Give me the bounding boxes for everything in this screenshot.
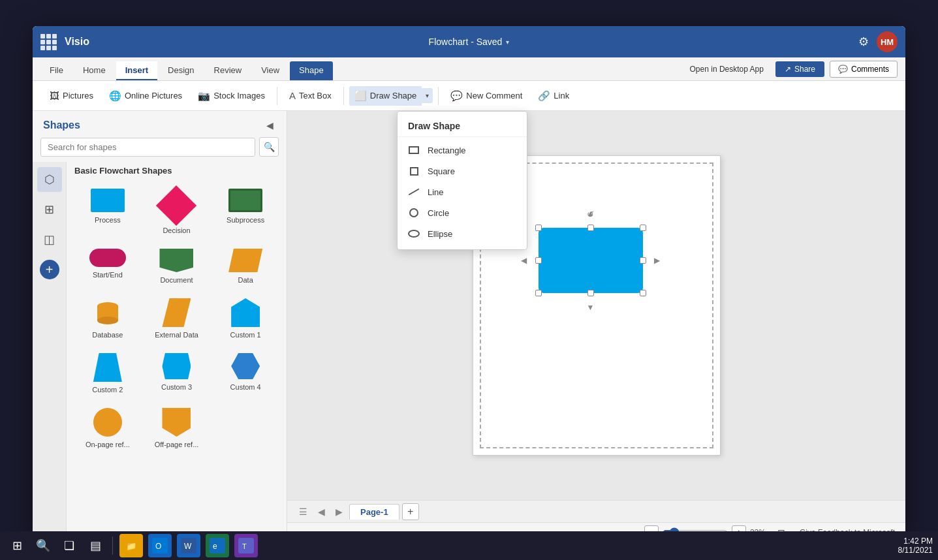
search-btn[interactable]: 🔍 (31, 534, 55, 557)
canvas-main-shape[interactable] (539, 228, 643, 293)
tab-view[interactable]: View (252, 61, 289, 80)
shape-custom4[interactable]: Custom 4 (212, 347, 279, 399)
shapes-panel: Basic Flowchart Shapes Process Decision (67, 162, 287, 542)
page-tab-menu-icon[interactable]: ☰ (295, 504, 311, 520)
add-page-btn[interactable]: + (402, 503, 419, 520)
comments-icon: 💬 (838, 65, 848, 74)
draw-shape-button[interactable]: ⬜ Draw Shape (349, 86, 422, 106)
handle-bot-right[interactable] (640, 290, 646, 296)
canvas-shape-container[interactable]: ↺ ▲ (539, 228, 643, 293)
sidebar-shapes-icon[interactable]: ◫ (37, 227, 62, 252)
shape-extdata[interactable]: External Data (144, 292, 210, 344)
shape-startend[interactable]: Start/End (74, 242, 141, 289)
page-tab-next-icon[interactable]: ▶ (332, 504, 347, 520)
taskbar-word-btn[interactable]: W (177, 534, 200, 557)
search-button[interactable]: 🔍 (259, 137, 279, 157)
shape-subprocess[interactable]: Subprocess (212, 182, 279, 240)
tab-shape[interactable]: Shape (290, 61, 333, 80)
shape-custom1[interactable]: Custom 1 (212, 292, 279, 344)
shape-custom3[interactable]: Custom 3 (144, 347, 210, 399)
shape-process[interactable]: Process (74, 182, 141, 240)
tab-file[interactable]: File (40, 61, 72, 80)
title-bar: Visio Flowchart - Saved ▾ ⚙ HM (33, 26, 905, 57)
shape-custom2[interactable]: Custom 2 (74, 347, 141, 399)
page-tab-prev-icon[interactable]: ◀ (314, 504, 329, 520)
page-tab-1[interactable]: Page-1 (349, 504, 399, 520)
outlook-icon: O (152, 538, 168, 553)
draw-shape-dropdown-btn[interactable]: ▾ (422, 88, 433, 103)
dropdown-item-circle[interactable]: Circle (398, 202, 527, 223)
app-name: Visio (65, 36, 89, 48)
task-view-btn[interactable]: ❏ (57, 534, 81, 557)
shape-decision[interactable]: Decision (144, 182, 210, 240)
arrow-up-icon[interactable]: ▲ (586, 208, 596, 219)
shape-onpage-icon (93, 408, 122, 437)
share-button[interactable]: ↗ Share (775, 61, 824, 77)
ellipse-icon (408, 228, 420, 240)
arrow-down-icon[interactable]: ▼ (586, 302, 596, 313)
shape-document-icon (159, 249, 193, 272)
sidebar: Shapes ◀ 🔍 ⬡ ⊞ ◫ + Basic Flowchart Shape… (33, 111, 287, 542)
dropdown-item-line[interactable]: Line (398, 181, 527, 202)
handle-top-left[interactable] (535, 225, 542, 231)
shape-document-label: Document (160, 276, 193, 284)
shape-onpage-label: On-page ref... (86, 441, 130, 448)
pictures-button[interactable]: 🖼 Pictures (43, 86, 100, 105)
svg-text:O: O (155, 542, 161, 551)
shape-onpage[interactable]: On-page ref... (74, 401, 141, 454)
dropdown-item-square[interactable]: Square (398, 161, 527, 181)
canvas-workspace[interactable]: ↺ ▲ (287, 111, 905, 500)
shape-startend-icon (89, 249, 126, 267)
handle-mid-left[interactable] (535, 257, 542, 264)
avatar[interactable]: HM (877, 31, 898, 52)
canvas-area[interactable]: ↺ ▲ (287, 111, 905, 542)
handle-top-mid[interactable] (587, 225, 594, 231)
waffle-icon[interactable] (40, 34, 57, 50)
draw-shape-icon: ⬜ (354, 90, 367, 102)
sidebar-inner: ⬡ ⊞ ◫ + Basic Flowchart Shapes Process (33, 162, 287, 542)
handle-bot-mid[interactable] (587, 290, 594, 296)
link-button[interactable]: 🔗 Link (531, 86, 576, 106)
text-box-button[interactable]: A Text Box (283, 86, 338, 105)
title-bar-right: ⚙ HM (858, 31, 898, 52)
shape-data-icon (228, 249, 262, 272)
shape-document[interactable]: Document (144, 242, 210, 289)
stock-images-button[interactable]: 📷 Stock Images (191, 86, 272, 106)
start-btn[interactable]: ⊞ (5, 534, 29, 557)
online-pictures-button[interactable]: 🌐 Online Pictures (102, 86, 189, 106)
shape-data[interactable]: Data (212, 242, 279, 289)
arrow-left-icon[interactable]: ◀ (519, 255, 529, 266)
search-input[interactable] (40, 138, 255, 157)
text-box-icon: A (289, 90, 296, 101)
taskbar-files-btn[interactable]: 📁 (119, 534, 143, 557)
taskbar-teams-btn[interactable]: T (234, 534, 258, 557)
handle-mid-right[interactable] (640, 257, 646, 264)
new-comment-button[interactable]: 💬 New Comment (444, 86, 529, 106)
sidebar-flowchart-icon[interactable]: ⬡ (37, 167, 62, 192)
dropdown-item-rectangle[interactable]: Rectangle (398, 140, 527, 161)
sidebar-collapse-btn[interactable]: ◀ (264, 117, 276, 133)
tab-design[interactable]: Design (159, 61, 203, 80)
tab-review[interactable]: Review (205, 61, 251, 80)
dropdown-title: Draw Shape (398, 117, 527, 137)
tab-home[interactable]: Home (74, 61, 115, 80)
dropdown-item-ellipse[interactable]: Ellipse (398, 223, 527, 244)
sidebar-grid-icon[interactable]: ⊞ (37, 197, 62, 222)
canvas-shape-wrapper[interactable]: ↺ ▲ (539, 228, 643, 293)
svg-rect-7 (210, 538, 225, 553)
settings-icon[interactable]: ⚙ (858, 35, 869, 49)
handle-top-right[interactable] (640, 225, 646, 231)
tab-insert[interactable]: Insert (116, 61, 157, 80)
taskbar-edge-btn[interactable]: e (206, 534, 229, 557)
arrow-right-icon[interactable]: ▶ (652, 255, 663, 266)
comments-button[interactable]: 💬 Comments (830, 61, 898, 78)
handle-bot-left[interactable] (535, 290, 542, 296)
shape-database[interactable]: Database (74, 292, 141, 344)
sidebar-add-btn[interactable]: + (40, 260, 59, 279)
shape-offpage[interactable]: Off-page ref... (144, 401, 210, 454)
open-desktop-btn[interactable]: Open in Desktop App (683, 62, 770, 76)
widgets-btn[interactable]: ▤ (84, 534, 107, 557)
sidebar-search: 🔍 (33, 137, 287, 162)
taskbar-outlook-btn[interactable]: O (148, 534, 172, 557)
sidebar-icon-panel: ⬡ ⊞ ◫ + (33, 162, 67, 542)
